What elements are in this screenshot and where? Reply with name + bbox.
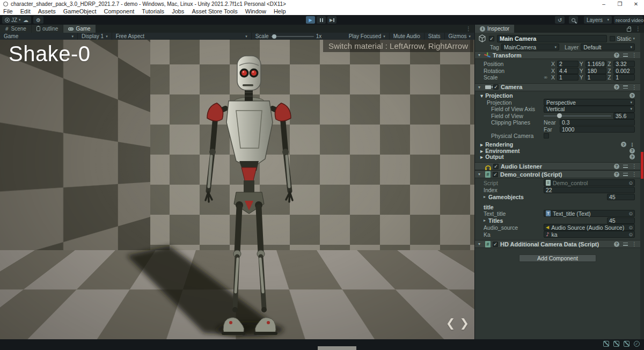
- near-field[interactable]: [560, 119, 635, 126]
- gameobjects-count-field[interactable]: [607, 194, 635, 200]
- display-dropdown[interactable]: Display 1 ▾: [78, 33, 112, 40]
- demo-control-checkbox[interactable]: ✓: [493, 172, 498, 177]
- inspector-menu-icon[interactable]: ⋮: [635, 26, 641, 32]
- active-checkbox[interactable]: ✓: [489, 36, 494, 41]
- tab-outline[interactable]: outline: [32, 25, 63, 33]
- play-button[interactable]: ▶: [306, 16, 315, 24]
- fov-axis-dropdown[interactable]: Vertical ▾: [544, 106, 635, 113]
- notifications-disabled-icon[interactable]: [624, 341, 630, 347]
- fov-value-field[interactable]: [613, 113, 635, 119]
- audio-listener-checkbox[interactable]: ✓: [493, 164, 499, 169]
- foldout-open-icon[interactable]: ▾: [478, 172, 483, 177]
- help-icon[interactable]: ?: [630, 148, 635, 154]
- mute-audio-toggle[interactable]: Mute Audio: [390, 33, 425, 40]
- environment-foldout[interactable]: ▸ Environment ?: [475, 148, 640, 154]
- layers-dropdown[interactable]: Layers ▾: [584, 16, 612, 24]
- component-menu-icon[interactable]: ⋮: [632, 52, 637, 58]
- scale-y-field[interactable]: [586, 74, 607, 81]
- display-target-dropdown[interactable]: Game ▾: [0, 33, 78, 40]
- presets-icon[interactable]: [623, 53, 628, 57]
- help-icon[interactable]: ?: [614, 84, 619, 90]
- fov-slider[interactable]: [544, 115, 611, 116]
- menu-file[interactable]: File: [3, 8, 13, 15]
- search-button[interactable]: [569, 16, 578, 24]
- cache-disabled-icon[interactable]: [613, 341, 619, 347]
- rotation-z-field[interactable]: [613, 68, 635, 74]
- foldout-open-icon[interactable]: ▾: [478, 85, 483, 90]
- help-icon[interactable]: ?: [614, 172, 619, 177]
- layer-dropdown[interactable]: Default ▾: [581, 43, 635, 50]
- help-icon[interactable]: ?: [621, 142, 626, 147]
- play-focused-dropdown[interactable]: Play Focused ▾: [345, 33, 390, 40]
- component-menu-icon[interactable]: ⋮: [632, 241, 637, 247]
- rendering-foldout[interactable]: ▸ Rendering ? ⋮: [475, 142, 640, 148]
- projection-foldout[interactable]: ▾ Projection ?: [475, 92, 640, 99]
- gameobject-name-field[interactable]: [497, 35, 607, 42]
- demo-control-header[interactable]: ▾ # ✓ Demo_control (Script) ? ⋮: [475, 170, 640, 178]
- ka-object-field[interactable]: ♪ ka ⊙: [544, 231, 635, 238]
- minimize-button[interactable]: –: [596, 0, 612, 8]
- object-picker-icon[interactable]: ⊙: [628, 225, 633, 230]
- rotation-y-field[interactable]: [586, 68, 607, 74]
- undo-history-button[interactable]: ↺: [555, 16, 565, 24]
- menu-jobs[interactable]: Jobs: [172, 8, 184, 15]
- presets-icon[interactable]: [623, 242, 628, 246]
- position-x-field[interactable]: [557, 61, 579, 67]
- menu-asset-store-tools[interactable]: Asset Store Tools: [192, 8, 237, 15]
- panel-menu-icon[interactable]: ⋮: [463, 25, 474, 33]
- output-foldout[interactable]: ▸ Output ?: [475, 154, 640, 161]
- scale-z-field[interactable]: [613, 74, 635, 81]
- inspector-scrollbar[interactable]: [640, 33, 644, 339]
- audio-listener-header[interactable]: ✓ Audio Listener ? ⋮: [475, 162, 640, 170]
- menu-tutorials[interactable]: Tutorials: [142, 8, 164, 15]
- menu-assets[interactable]: Assets: [38, 8, 56, 15]
- refresh-disabled-icon[interactable]: [603, 341, 609, 347]
- scale-slider[interactable]: [271, 36, 314, 37]
- component-menu-icon[interactable]: ⋮: [632, 84, 637, 90]
- static-dropdown[interactable]: Static ▾: [610, 35, 635, 42]
- help-icon[interactable]: ?: [630, 93, 635, 98]
- add-component-button[interactable]: Add Component: [519, 254, 596, 262]
- presets-icon[interactable]: [623, 164, 628, 169]
- object-picker-icon[interactable]: ⊙: [628, 180, 633, 186]
- hd-camera-data-header[interactable]: ▾ # ✓ HD Additional Camera Data (Script)…: [475, 240, 640, 248]
- maximize-button[interactable]: ❐: [612, 0, 628, 8]
- position-z-field[interactable]: [613, 61, 635, 67]
- close-button[interactable]: ✕: [628, 0, 644, 8]
- hd-camera-data-checkbox[interactable]: ✓: [493, 242, 498, 247]
- menu-gameobject[interactable]: GameObject: [63, 8, 97, 15]
- pause-button[interactable]: [317, 16, 326, 24]
- tag-dropdown[interactable]: MainCamera ▾: [501, 43, 559, 50]
- gizmos-dropdown[interactable]: Gizmos ▾: [445, 33, 474, 40]
- scale-x-field[interactable]: [557, 74, 579, 81]
- script-object-field[interactable]: ≡ Demo_control ⊙: [544, 179, 635, 186]
- constrain-proportions-icon[interactable]: ∞: [544, 75, 550, 80]
- stats-toggle[interactable]: Stats: [425, 33, 445, 40]
- object-picker-icon[interactable]: ⊙: [628, 232, 633, 237]
- menu-component[interactable]: Component: [104, 8, 134, 15]
- menu-help[interactable]: Help: [274, 8, 286, 15]
- physical-camera-checkbox[interactable]: [544, 133, 549, 138]
- camera-enabled-checkbox[interactable]: ✓: [493, 84, 499, 90]
- audio-source-object-field[interactable]: ◀ Audio Source (Audio Source) ⊙: [544, 224, 635, 231]
- group-menu-icon[interactable]: ⋮: [630, 142, 635, 148]
- static-checkbox[interactable]: [610, 36, 615, 41]
- help-icon[interactable]: ?: [614, 164, 619, 169]
- presets-icon[interactable]: [623, 172, 628, 177]
- tab-inspector[interactable]: i Inspector: [475, 25, 514, 33]
- help-icon[interactable]: ?: [630, 154, 635, 159]
- foldout-closed-icon[interactable]: ▸: [484, 218, 488, 223]
- foldout-open-icon[interactable]: ▾: [478, 242, 483, 246]
- object-picker-icon[interactable]: ⊙: [628, 211, 633, 216]
- rotation-x-field[interactable]: [557, 68, 579, 74]
- help-icon[interactable]: ?: [614, 242, 619, 247]
- tab-scene[interactable]: # Scene: [0, 25, 31, 33]
- step-button[interactable]: ▶: [327, 16, 336, 24]
- projection-dropdown[interactable]: Perspective ▾: [544, 99, 635, 106]
- lock-icon[interactable]: [627, 28, 631, 32]
- prev-arrow[interactable]: ❮: [446, 317, 456, 330]
- component-menu-icon[interactable]: ⋮: [632, 163, 637, 169]
- far-field[interactable]: [560, 126, 635, 133]
- text-title-object-field[interactable]: T Text_title (Text) ⊙: [544, 210, 635, 217]
- foldout-open-icon[interactable]: ▾: [478, 53, 483, 57]
